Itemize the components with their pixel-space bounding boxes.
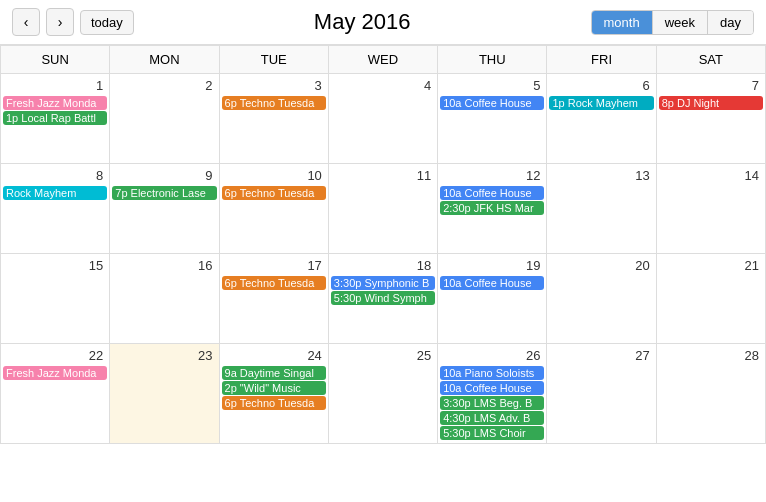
calendar-cell: 1910a Coffee House [438, 254, 547, 344]
day-number: 3 [222, 76, 326, 95]
calendar-event[interactable]: Rock Mayhem [3, 186, 107, 200]
calendar-event[interactable]: 4:30p LMS Adv. B [440, 411, 544, 425]
prev-button[interactable]: ‹ [12, 8, 40, 36]
calendar-cell: 14 [656, 164, 765, 254]
calendar-event[interactable]: 2:30p JFK HS Mar [440, 201, 544, 215]
calendar-event[interactable]: 10a Coffee House [440, 96, 544, 110]
day-of-week-header: FRI [547, 46, 656, 74]
day-number: 10 [222, 166, 326, 185]
calendar-cell: 4 [328, 74, 437, 164]
calendar-cell: 11 [328, 164, 437, 254]
day-of-week-header: SUN [1, 46, 110, 74]
calendar-event[interactable]: 8p DJ Night [659, 96, 763, 110]
day-of-week-header: SAT [656, 46, 765, 74]
calendar-cell: 2610a Piano Soloists10a Coffee House3:30… [438, 344, 547, 444]
calendar-cell: 25 [328, 344, 437, 444]
calendar-cell: 176p Techno Tuesda [219, 254, 328, 344]
day-number: 14 [659, 166, 763, 185]
calendar-cell: 183:30p Symphonic B5:30p Wind Symph [328, 254, 437, 344]
calendar-cell: 249a Daytime Singal2p "Wild" Music6p Tec… [219, 344, 328, 444]
day-number: 28 [659, 346, 763, 365]
calendar-cell: 2 [110, 74, 219, 164]
calendar-event[interactable]: 6p Techno Tuesda [222, 96, 326, 110]
month-view-button[interactable]: month [592, 11, 653, 34]
calendar-event[interactable]: 1p Local Rap Battl [3, 111, 107, 125]
calendar-cell: 8Rock Mayhem [1, 164, 110, 254]
calendar-event[interactable]: 3:30p LMS Beg. B [440, 396, 544, 410]
day-number: 27 [549, 346, 653, 365]
calendar-event[interactable]: 6p Techno Tuesda [222, 186, 326, 200]
day-number: 5 [440, 76, 544, 95]
calendar-cell: 1Fresh Jazz Monda1p Local Rap Battl [1, 74, 110, 164]
calendar-grid: SUNMONTUEWEDTHUFRISAT 1Fresh Jazz Monda1… [0, 45, 766, 444]
calendar-cell: 28 [656, 344, 765, 444]
calendar-cell: 16 [110, 254, 219, 344]
day-number: 17 [222, 256, 326, 275]
calendar-event[interactable]: Fresh Jazz Monda [3, 366, 107, 380]
day-number: 26 [440, 346, 544, 365]
day-number: 11 [331, 166, 435, 185]
calendar-cell: 97p Electronic Lase [110, 164, 219, 254]
calendar-event[interactable]: 3:30p Symphonic B [331, 276, 435, 290]
day-number: 2 [112, 76, 216, 95]
day-number: 13 [549, 166, 653, 185]
next-button[interactable]: › [46, 8, 74, 36]
view-switcher: month week day [591, 10, 754, 35]
calendar-event[interactable]: 2p "Wild" Music [222, 381, 326, 395]
day-number: 7 [659, 76, 763, 95]
today-button[interactable]: today [80, 10, 134, 35]
calendar-cell: 21 [656, 254, 765, 344]
calendar-cell: 15 [1, 254, 110, 344]
calendar-cell: 13 [547, 164, 656, 254]
day-number: 25 [331, 346, 435, 365]
day-number: 19 [440, 256, 544, 275]
calendar-cell: 1210a Coffee House2:30p JFK HS Mar [438, 164, 547, 254]
day-of-week-header: TUE [219, 46, 328, 74]
calendar-event[interactable]: 6p Techno Tuesda [222, 396, 326, 410]
day-of-week-header: WED [328, 46, 437, 74]
day-number: 16 [112, 256, 216, 275]
calendar-event[interactable]: 6p Techno Tuesda [222, 276, 326, 290]
calendar-event[interactable]: 10a Coffee House [440, 186, 544, 200]
nav-controls: ‹ › today [12, 8, 134, 36]
day-number: 15 [3, 256, 107, 275]
day-number: 12 [440, 166, 544, 185]
day-number: 21 [659, 256, 763, 275]
day-of-week-header: THU [438, 46, 547, 74]
calendar-cell: 61p Rock Mayhem [547, 74, 656, 164]
day-number: 4 [331, 76, 435, 95]
calendar-event[interactable]: 9a Daytime Singal [222, 366, 326, 380]
day-number: 20 [549, 256, 653, 275]
week-view-button[interactable]: week [653, 11, 708, 34]
day-number: 24 [222, 346, 326, 365]
day-number: 22 [3, 346, 107, 365]
calendar-cell: 20 [547, 254, 656, 344]
calendar-event[interactable]: 5:30p LMS Choir [440, 426, 544, 440]
day-number: 9 [112, 166, 216, 185]
calendar-event[interactable]: 5:30p Wind Symph [331, 291, 435, 305]
calendar-cell: 22Fresh Jazz Monda [1, 344, 110, 444]
calendar-cell: 23 [110, 344, 219, 444]
day-number: 23 [112, 346, 216, 365]
day-number: 6 [549, 76, 653, 95]
day-number: 8 [3, 166, 107, 185]
day-number: 1 [3, 76, 107, 95]
day-number: 18 [331, 256, 435, 275]
calendar-event[interactable]: 10a Piano Soloists [440, 366, 544, 380]
calendar-cell: 36p Techno Tuesda [219, 74, 328, 164]
calendar-event[interactable]: 10a Coffee House [440, 381, 544, 395]
day-view-button[interactable]: day [708, 11, 753, 34]
day-of-week-header: MON [110, 46, 219, 74]
calendar-cell: 510a Coffee House [438, 74, 547, 164]
calendar-event[interactable]: 10a Coffee House [440, 276, 544, 290]
calendar-event[interactable]: 1p Rock Mayhem [549, 96, 653, 110]
calendar-event[interactable]: Fresh Jazz Monda [3, 96, 107, 110]
calendar-cell: 27 [547, 344, 656, 444]
calendar-cell: 78p DJ Night [656, 74, 765, 164]
calendar-header: ‹ › today May 2016 month week day [0, 0, 766, 45]
calendar-event[interactable]: 7p Electronic Lase [112, 186, 216, 200]
calendar-cell: 106p Techno Tuesda [219, 164, 328, 254]
calendar-title: May 2016 [314, 9, 411, 35]
